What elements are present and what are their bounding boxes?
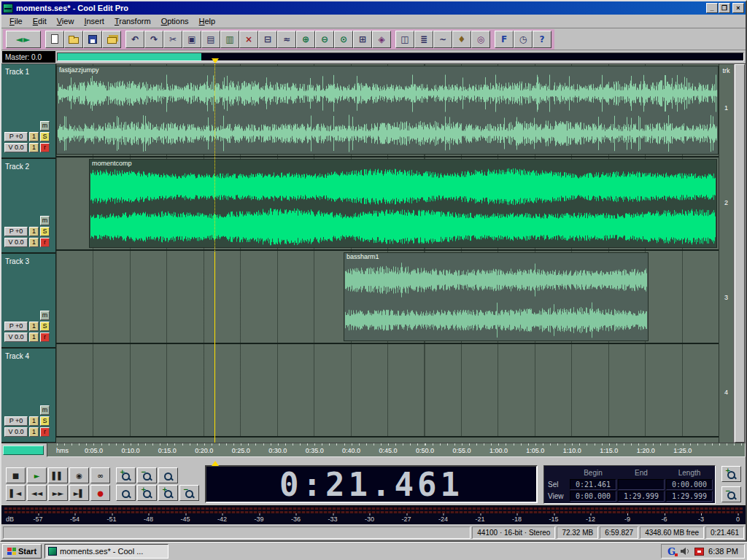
copy-button[interactable]: ▣ [182, 31, 201, 48]
menu-insert[interactable]: Insert [79, 15, 109, 27]
track-record-button[interactable]: r [40, 143, 50, 152]
track-mute-button[interactable]: m [40, 311, 50, 320]
session-overview-bar[interactable] [57, 52, 744, 61]
snapping-button[interactable]: ⊞ [353, 31, 372, 48]
zoom-in-vertical-button[interactable]: + [721, 466, 741, 482]
track-mute-button[interactable]: m [40, 216, 50, 225]
envelopes-window-button[interactable]: ~ [433, 31, 452, 48]
track-1-lane[interactable]: fastjazzjumpy [56, 64, 719, 158]
view-end-value[interactable]: 1:29.999 [618, 491, 665, 502]
playhead-marker-bottom[interactable] [212, 457, 219, 466]
crossfade-button[interactable]: ≈ [277, 31, 296, 48]
timeline-ruler[interactable]: hms 0:05.00:10.00:15.00:20.00:25.00:30.0… [47, 443, 746, 457]
delete-selection-button[interactable]: × [239, 31, 258, 48]
title-bar[interactable]: moments.ses* - Cool Edit Pro _ ❐ × [1, 1, 746, 15]
pause-button[interactable]: ▌▌ [48, 467, 68, 483]
track-volume-button[interactable]: V 0.0 [4, 143, 28, 152]
waveform-lanes[interactable]: fastjazzjumpy momentcomp bassharm1 [56, 64, 719, 443]
menu-view[interactable]: View [52, 15, 80, 27]
cut-button[interactable]: ✂ [163, 31, 182, 48]
loop-button[interactable]: ∞ [90, 467, 110, 483]
playhead-marker-top[interactable] [212, 58, 219, 67]
taskbar-task-button[interactable]: moments.ses* - Cool ... [44, 544, 169, 559]
stop-button[interactable]: ■ [6, 467, 26, 483]
paste-button[interactable]: ▤ [201, 31, 220, 48]
track-bus-button[interactable]: 1 [29, 143, 39, 152]
clip-momentcomp[interactable]: momentcomp [89, 159, 717, 248]
mixers-window-button[interactable]: ≣ [414, 31, 433, 48]
zoom-out-horizontal-button[interactable]: − [137, 467, 157, 483]
menu-file[interactable]: File [4, 15, 28, 27]
zoom-out-full-button[interactable]: − [179, 485, 199, 501]
clip-fastjazzjumpy[interactable]: fastjazzjumpy [56, 66, 719, 155]
zoom-in-horizontal-button[interactable]: + [116, 467, 136, 483]
track-3-lane[interactable]: bassharm1 [56, 251, 719, 344]
maximize-button[interactable]: ❐ [719, 3, 730, 13]
track-2-lane[interactable]: momentcomp [56, 158, 719, 251]
track-bus-button[interactable]: 1 [29, 238, 39, 247]
getright-tray-icon[interactable]: G [667, 546, 676, 557]
help-button[interactable]: ? [533, 31, 551, 48]
track-pan-button[interactable]: P +0 [4, 322, 28, 331]
sel-length-value[interactable]: 0:00.000 [666, 479, 713, 490]
vertical-scrollbar-thumb[interactable] [735, 64, 745, 443]
track-bus-button[interactable]: 1 [29, 427, 39, 437]
view-begin-value[interactable]: 0:00.000 [570, 491, 616, 502]
track-bus-button[interactable]: 1 [29, 132, 39, 141]
track-pan-button[interactable]: P +0 [4, 227, 28, 236]
track-4-lane[interactable] [56, 344, 719, 438]
track-mute-button[interactable]: m [40, 121, 50, 131]
minimize-button[interactable]: _ [706, 3, 718, 13]
track-bus-button[interactable]: 1 [29, 416, 39, 426]
track-volume-button[interactable]: V 0.0 [4, 427, 28, 437]
menu-help[interactable]: Help [194, 15, 221, 27]
volume-icon[interactable] [680, 547, 690, 556]
track-volume-button[interactable]: V 0.0 [4, 238, 28, 247]
display-tray-icon[interactable] [694, 548, 704, 556]
zoom-out-vertical-button[interactable]: − [721, 486, 741, 502]
zoom-in-left-edge-button[interactable]: + [137, 485, 157, 501]
close-button[interactable]: × [732, 3, 744, 13]
cue-list-window-button[interactable]: ♦ [452, 31, 471, 48]
track-solo-button[interactable]: S [40, 227, 50, 236]
zoom-full-button[interactable] [158, 467, 178, 483]
open-file-button[interactable] [64, 31, 83, 48]
view-length-value[interactable]: 1:29.999 [666, 491, 713, 502]
save-all-button[interactable] [102, 31, 121, 48]
track-solo-button[interactable]: S [40, 132, 50, 141]
vertical-scrollbar[interactable] [733, 64, 746, 443]
zoom-in-button[interactable]: ⊕ [296, 31, 315, 48]
cd-player-window-button[interactable]: ◎ [471, 31, 490, 48]
zoom-out-button[interactable]: ⊖ [315, 31, 334, 48]
clip-bassharm1[interactable]: bassharm1 [344, 252, 649, 341]
time-display[interactable]: 0:21.461 [205, 465, 538, 503]
go-to-end-button[interactable]: ►▌ [69, 485, 89, 501]
horizontal-scroll-thumb[interactable] [3, 446, 44, 455]
track-mute-button[interactable]: m [40, 405, 50, 415]
track-record-button[interactable]: r [40, 427, 50, 437]
favorites-button[interactable]: F [495, 31, 514, 48]
play-to-end-button[interactable]: ◉ [69, 467, 89, 483]
fast-forward-button[interactable]: ►► [48, 485, 68, 501]
new-session-button[interactable] [45, 31, 64, 48]
session-clock-button[interactable]: ◷ [514, 31, 533, 48]
multitrack-view-toggle-button[interactable]: ◄► [6, 31, 41, 48]
start-button[interactable]: Start [2, 544, 42, 559]
track-name[interactable]: Track 1 [1, 64, 55, 76]
mix-paste-button[interactable]: ▥ [220, 31, 239, 48]
menu-edit[interactable]: Edit [28, 15, 52, 27]
track-pan-button[interactable]: P +0 [4, 416, 28, 426]
menu-options[interactable]: Options [156, 15, 194, 27]
record-button[interactable]: ● [90, 485, 110, 501]
track-name[interactable]: Track 4 [1, 349, 55, 360]
play-button[interactable]: ► [27, 467, 47, 483]
trim-button[interactable]: ⊟ [258, 31, 277, 48]
sel-end-value[interactable] [618, 479, 665, 490]
track-name[interactable]: Track 2 [1, 159, 55, 171]
zoom-in-right-edge-button[interactable]: + [158, 485, 178, 501]
menu-transform[interactable]: Transform [109, 15, 156, 27]
level-meter[interactable]: dB -57-54-51-48-45-42-39-36-33-30-27-24-… [1, 505, 746, 524]
zoom-to-selection-button[interactable]: ⊙ [334, 31, 353, 48]
rewind-button[interactable]: ◄◄ [27, 485, 47, 501]
track-volume-button[interactable]: V 0.0 [4, 332, 28, 342]
